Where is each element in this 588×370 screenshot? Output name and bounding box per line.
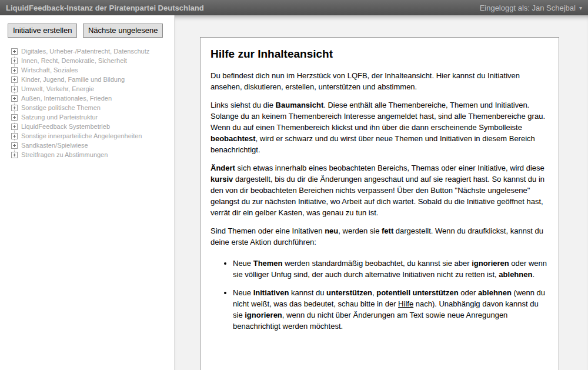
text-segment: Du befindest dich nun im Herzstück von L…	[211, 71, 520, 91]
tree-item-label: Kinder, Jugend, Familie und Bildung	[21, 76, 125, 83]
topic-tree: Digitales, Urheber-/Patentrecht, Datensc…	[0, 46, 174, 159]
tree-expander-icon[interactable]	[11, 124, 18, 130]
tree-expander-icon[interactable]	[11, 133, 18, 139]
tree-item-systembetrieb[interactable]: LiquidFeedback Systembetrieb	[11, 122, 174, 131]
tree-item-label: Digitales, Urheber-/Patentrecht, Datensc…	[21, 48, 149, 55]
text-segment: Links siehst du die	[211, 101, 276, 109]
text-segment: neu	[325, 226, 338, 235]
tree-expander-icon[interactable]	[11, 114, 18, 121]
help-paragraph: Links siehst du die Baumansicht. Diese e…	[211, 99, 549, 155]
text-segment: ignorieren	[472, 259, 509, 268]
chevron-down-icon: ▾	[579, 5, 582, 11]
text-segment: , wird er schwarz und du wirst über neue…	[211, 134, 535, 154]
text-segment: Ändert	[211, 164, 235, 172]
tree-item-label: Sonstige innerparteiliche Angelegenheite…	[21, 132, 142, 139]
text-segment: kannst du	[289, 288, 326, 297]
text-segment: oder	[459, 288, 478, 297]
tree-expander-icon[interactable]	[11, 76, 18, 83]
main-area: Hilfe zur Inhalteansicht Du befindest di…	[175, 15, 588, 370]
tree-expander-icon[interactable]	[11, 95, 18, 102]
text-segment: beobachtest	[211, 134, 256, 143]
tree-item-wirtschaft[interactable]: Wirtschaft, Soziales	[11, 65, 174, 75]
tree-item-umwelt[interactable]: Umwelt, Verkehr, Energie	[11, 84, 174, 94]
tree-item-label: Streitfragen zu Abstimmungen	[21, 151, 108, 158]
tree-item-streitfragen[interactable]: Streitfragen zu Abstimmungen	[11, 150, 174, 159]
text-segment: Neue	[233, 288, 253, 297]
tree-item-sonstige-politische[interactable]: Sonstige politische Themen	[11, 103, 174, 112]
page-title: Hilfe zur Inhalteansicht	[211, 48, 549, 61]
tree-item-label: LiquidFeedback Systembetrieb	[21, 123, 110, 130]
tree-item-innen[interactable]: Innen, Recht, Demokratie, Sicherheit	[11, 56, 174, 65]
tree-item-digitales[interactable]: Digitales, Urheber-/Patentrecht, Datensc…	[11, 46, 174, 56]
text-segment: Themen	[253, 259, 283, 268]
text-segment: unterstützen	[326, 288, 372, 297]
tree-item-label: Satzung und Parteistruktur	[21, 114, 98, 121]
text-segment: Neue	[233, 259, 253, 268]
user-menu-label: Eingeloggt als: Jan Schejbal	[480, 4, 576, 12]
text-segment: .	[532, 270, 534, 279]
sidebar-toolbar: Initiative erstellen Nächste ungelesene	[0, 24, 174, 38]
text-segment: kursiv	[211, 175, 233, 184]
help-paragraph: Du befindest dich nun im Herzstück von L…	[211, 70, 549, 92]
text-segment: ignorieren	[245, 311, 282, 319]
text-segment: Baumansicht	[276, 101, 324, 109]
tree-expander-icon[interactable]	[11, 86, 18, 92]
tree-item-innerparteiliche[interactable]: Sonstige innerparteiliche Angelegenheite…	[11, 131, 174, 141]
sidebar: Initiative erstellen Nächste ungelesene …	[0, 15, 175, 370]
text-segment: , werden sie	[338, 226, 382, 235]
tree-item-label: Sandkasten/Spielwiese	[21, 142, 88, 149]
tree-expander-icon[interactable]	[11, 58, 18, 64]
tree-item-label: Innen, Recht, Demokratie, Sicherheit	[21, 57, 127, 64]
tree-item-label: Außen, Internationales, Frieden	[21, 95, 112, 102]
text-segment: dargestellt, bis du dir die Änderungen a…	[211, 175, 544, 217]
help-paragraph: Ändert sich etwas innerhalb eines beobac…	[211, 162, 549, 218]
tree-item-label: Umwelt, Verkehr, Energie	[21, 85, 94, 92]
tree-item-aussen[interactable]: Außen, Internationales, Frieden	[11, 94, 174, 103]
tree-expander-icon[interactable]	[11, 105, 18, 111]
text-segment: ablehnen	[499, 270, 532, 279]
text-segment: potentiell unterstützen	[376, 288, 458, 297]
user-menu[interactable]: Eingeloggt als: Jan Schejbal ▾	[480, 4, 582, 12]
tree-expander-icon[interactable]	[11, 152, 18, 158]
next-unread-button[interactable]: Nächste ungelesene	[83, 24, 163, 38]
tree-expander-icon[interactable]	[11, 67, 18, 74]
tree-item-satzung[interactable]: Satzung und Parteistruktur	[11, 112, 174, 122]
top-bar: LiquidFeedback-Instanz der Piratenpartei…	[0, 0, 588, 15]
tree-expander-icon[interactable]	[11, 142, 18, 149]
text-segment: Sind Themen oder eine Initativen	[211, 226, 325, 235]
create-initiative-button[interactable]: Initiative erstellen	[8, 24, 77, 38]
page-layout: Initiative erstellen Nächste ungelesene …	[0, 15, 588, 370]
text-segment: ablehnen	[478, 288, 512, 297]
text-segment: Initiativen	[253, 288, 289, 297]
list-item: Neue Initiativen kannst du unterstützen,…	[233, 287, 549, 332]
list-item: Neue Themen werden standardmäßig beobach…	[233, 258, 549, 280]
text-segment: sich etwas innerhalb eines beobachteten …	[235, 164, 544, 172]
help-paragraph: Sind Themen oder eine Initativen neu, we…	[211, 225, 549, 248]
help-bullet-list: Neue Themen werden standardmäßig beobach…	[225, 258, 549, 332]
tree-expander-icon[interactable]	[11, 48, 18, 55]
tree-item-sandkasten[interactable]: Sandkasten/Spielwiese	[11, 141, 174, 150]
app-title: LiquidFeedback-Instanz der Piratenpartei…	[6, 4, 204, 12]
tree-item-kinder[interactable]: Kinder, Jugend, Familie und Bildung	[11, 75, 174, 84]
hilfe-link[interactable]: Hilfe	[398, 299, 413, 308]
text-segment: werden standardmäßig beobachtet, du kann…	[283, 259, 472, 268]
text-segment: fett	[382, 226, 393, 235]
help-panel: Hilfe zur Inhalteansicht Du befindest di…	[200, 37, 559, 370]
tree-item-label: Sonstige politische Themen	[21, 104, 101, 111]
tree-item-label: Wirtschaft, Soziales	[21, 66, 78, 74]
